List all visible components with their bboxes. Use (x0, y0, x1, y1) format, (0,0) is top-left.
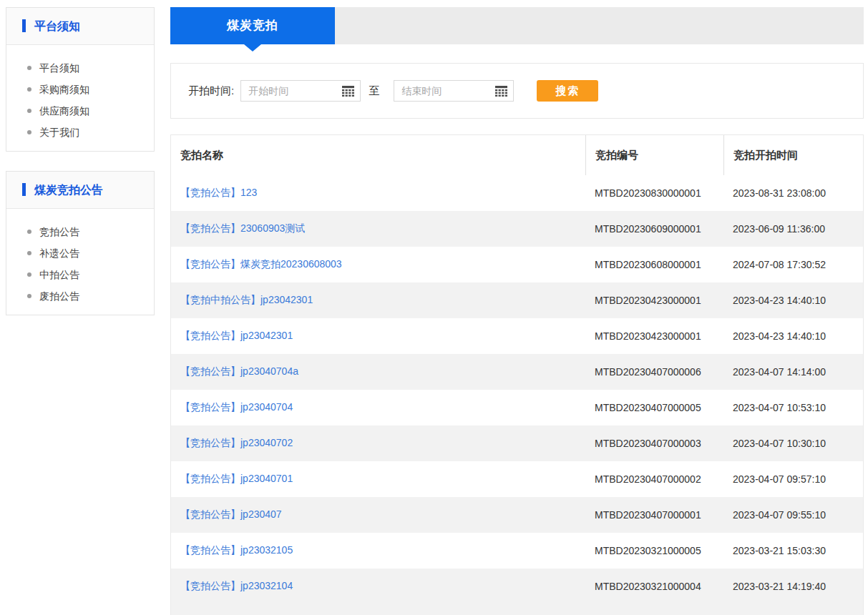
sidebar-item[interactable]: 中拍公告 (6, 264, 154, 285)
auction-link[interactable]: 【竞拍公告】jp23040701 (180, 473, 293, 484)
bullet-icon (27, 87, 31, 92)
auction-name-cell: 【竞拍中拍公告】jp23042301 (171, 294, 585, 307)
sidebar-item-label: 供应商须知 (39, 105, 89, 117)
auction-time-cell: 2023-04-23 14:40:10 (723, 295, 863, 306)
search-panel: 开拍时间: 至 (170, 63, 864, 119)
end-time-input[interactable] (394, 85, 495, 97)
auction-code-cell: MTBD20230423000001 (585, 295, 723, 306)
table-row: 【竞拍公告】23060903测试 MTBD20230609000001 2023… (171, 211, 863, 247)
panel-title-label: 平台须知 (34, 20, 80, 32)
auction-time-cell: 2023-04-07 10:53:10 (723, 402, 863, 413)
sidebar-item-label: 废拍公告 (39, 290, 79, 302)
sidebar-item[interactable]: 平台须知 (6, 57, 154, 79)
bullet-icon (27, 66, 31, 70)
auction-time-cell: 2023-03-21 15:03:30 (723, 545, 863, 556)
sidebar: 平台须知 平台须知 采购商须知 供应商须知 关于我们 (6, 7, 155, 335)
auction-link[interactable]: 【竞拍中拍公告】jp23042301 (180, 294, 313, 305)
auction-name-cell: 【竞拍公告】jp23040701 (171, 473, 585, 486)
sidebar-item-label: 中拍公告 (39, 269, 79, 280)
auction-name-cell: 【竞拍公告】jp23040704a (171, 365, 585, 378)
auction-time-cell: 2023-04-07 09:57:10 (723, 473, 863, 485)
table-row: 【竞拍公告】123 MTBD20230830000001 2023-08-31 … (171, 175, 863, 211)
auction-code-cell: MTBD20230830000001 (585, 187, 723, 199)
sidebar-item-label: 竞拍公告 (39, 226, 79, 237)
auction-name-cell: 【竞拍公告】jp23032104 (171, 580, 585, 593)
table-row-partial (171, 604, 863, 615)
auction-link[interactable]: 【竞拍公告】jp23032105 (180, 544, 293, 556)
tab-coal-auction[interactable]: 煤炭竞拍 (170, 7, 335, 44)
auction-code-cell: MTBD20230407000005 (585, 402, 723, 413)
auction-time-cell: 2023-04-07 14:14:00 (723, 366, 863, 378)
auction-name-cell: 【竞拍公告】123 (171, 187, 585, 200)
auction-name-cell: 【竞拍公告】jp230407 (171, 508, 585, 521)
column-header-time: 竞拍开拍时间 (723, 135, 863, 175)
auction-code-cell: MTBD20230321000005 (585, 545, 723, 556)
auction-time-cell: 2023-08-31 23:08:00 (723, 187, 863, 199)
auction-link[interactable]: 【竞拍公告】jp23032104 (180, 580, 293, 591)
bullet-icon (27, 251, 31, 255)
auction-name-cell: 【竞拍公告】煤炭竞拍20230608003 (171, 258, 585, 271)
search-button[interactable]: 搜索 (537, 80, 598, 102)
panel-title-label: 煤炭竞拍公告 (34, 184, 103, 196)
auction-link[interactable]: 【竞拍公告】jp23040704a (180, 365, 298, 377)
sidebar-item[interactable]: 废拍公告 (6, 285, 154, 307)
auction-code-cell: MTBD20230608000001 (585, 259, 723, 270)
sidebar-item[interactable]: 采购商须知 (6, 79, 154, 100)
auction-time-cell: 2023-04-23 14:40:10 (723, 330, 863, 342)
start-time-field (240, 80, 361, 102)
auction-table: 竞拍名称 竞拍编号 竞拍开拍时间 【竞拍公告】123 MTBD202308300… (170, 134, 864, 615)
table-row: 【竞拍公告】jp23040704 MTBD20230407000005 2023… (171, 390, 863, 425)
bullet-icon (27, 109, 31, 113)
auction-name-cell: 【竞拍公告】23060903测试 (171, 222, 585, 235)
auction-time-cell: 2024-07-08 17:30:52 (723, 259, 863, 270)
sidebar-item-label: 平台须知 (39, 62, 79, 74)
title-accent-bar (22, 183, 26, 196)
auction-code-cell: MTBD20230609000001 (585, 223, 723, 235)
table-row: 【竞拍公告】jp23040702 MTBD20230407000003 2023… (171, 425, 863, 461)
table-row: 【竞拍公告】jp23032104 MTBD20230321000004 2023… (171, 569, 863, 604)
auction-code-cell: MTBD20230321000004 (585, 581, 723, 592)
sidebar-item-label: 关于我们 (39, 127, 79, 138)
column-header-code: 竞拍编号 (585, 135, 723, 175)
bullet-icon (27, 272, 31, 277)
table-body: 【竞拍公告】123 MTBD20230830000001 2023-08-31 … (171, 175, 863, 604)
end-time-field (394, 80, 514, 102)
auction-link[interactable]: 【竞拍公告】123 (180, 187, 257, 198)
calendar-icon[interactable] (495, 86, 507, 97)
auction-code-cell: MTBD20230423000001 (585, 330, 723, 342)
auction-link[interactable]: 【竞拍公告】jp23042301 (180, 330, 293, 341)
table-row: 【竞拍公告】煤炭竞拍20230608003 MTBD20230608000001… (171, 247, 863, 282)
auction-code-cell: MTBD20230407000003 (585, 438, 723, 449)
auction-link[interactable]: 【竞拍公告】jp23040702 (180, 437, 293, 448)
tab-arrow (244, 44, 261, 51)
auction-time-cell: 2023-03-21 14:19:40 (723, 581, 863, 592)
panel-title-coal-auction-announcements: 煤炭竞拍公告 (6, 172, 154, 209)
sidebar-item[interactable]: 补遗公告 (6, 242, 154, 264)
auction-link[interactable]: 【竞拍公告】jp23040704 (180, 401, 293, 413)
auction-link[interactable]: 【竞拍公告】23060903测试 (180, 222, 305, 234)
table-row: 【竞拍公告】jp23040704a MTBD20230407000006 202… (171, 354, 863, 390)
panel-item-list: 平台须知 采购商须知 供应商须知 关于我们 (6, 45, 154, 151)
panel-item-list: 竞拍公告 补遗公告 中拍公告 废拍公告 (6, 209, 154, 315)
auction-name-cell: 【竞拍公告】jp23040704 (171, 401, 585, 414)
auction-time-cell: 2023-04-07 10:30:10 (723, 438, 863, 449)
sidebar-item[interactable]: 关于我们 (6, 122, 154, 143)
table-row: 【竞拍公告】jp230407 MTBD20230407000001 2023-0… (171, 497, 863, 533)
sidebar-item[interactable]: 竞拍公告 (6, 221, 154, 242)
auction-name-cell: 【竞拍公告】jp23042301 (171, 330, 585, 343)
bullet-icon (27, 230, 31, 234)
table-row: 【竞拍中拍公告】jp23042301 MTBD20230423000001 20… (171, 282, 863, 318)
column-header-name: 竞拍名称 (171, 135, 585, 175)
start-time-input[interactable] (241, 85, 342, 97)
calendar-icon[interactable] (342, 86, 354, 97)
auction-time-cell: 2023-04-07 09:55:10 (723, 509, 863, 521)
auction-time-cell: 2023-06-09 11:36:00 (723, 223, 863, 235)
auction-link[interactable]: 【竞拍公告】jp230407 (180, 508, 282, 520)
main-content: 煤炭竞拍 开拍时间: 至 (170, 7, 864, 615)
auction-name-cell: 【竞拍公告】jp23032105 (171, 544, 585, 557)
auction-link[interactable]: 【竞拍公告】煤炭竞拍20230608003 (180, 258, 342, 270)
tab-bar: 煤炭竞拍 (170, 7, 864, 44)
sidebar-item-label: 补遗公告 (39, 247, 79, 259)
sidebar-item[interactable]: 供应商须知 (6, 100, 154, 122)
auction-code-cell: MTBD20230407000001 (585, 509, 723, 521)
